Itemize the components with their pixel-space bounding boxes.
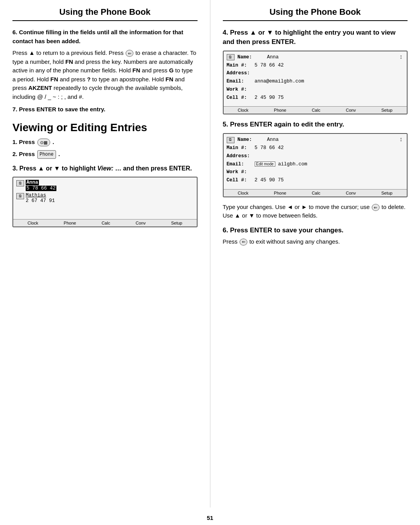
screen-3-name-value: Anna [267, 137, 279, 142]
phone-btn[interactable]: Phone [37, 150, 56, 159]
footer3-clock: Clock [238, 191, 248, 195]
footer-conv: Conv [136, 221, 146, 225]
screen-3-spacer [227, 184, 404, 187]
screen-2-scroll: ↕ [399, 54, 404, 61]
screen-2-work-value [255, 86, 404, 93]
screen-3-address: Address: [227, 152, 404, 160]
screen-2-spacer [227, 102, 404, 104]
step5-title: 5. Press ENTER again to edit the entry. [223, 120, 408, 129]
screen-2-email-value: anna@emailgbh.com [255, 78, 404, 85]
screen-1-spacer [16, 205, 194, 217]
footer2-setup: Setup [381, 108, 392, 112]
screen-2-work-label: Work #: [227, 86, 255, 93]
up-arrow-icon: ▲ [29, 49, 35, 58]
g-bold: G [169, 67, 174, 74]
screen-3-email-label: Email: [227, 161, 255, 168]
screen-3-scroll: ↕ [399, 136, 404, 143]
screen-3-email: Email: Edit mode ailgbh.com [227, 160, 404, 169]
step1-dot: . [52, 139, 54, 145]
screen-3-work-label: Work #: [227, 169, 255, 176]
step7-title: 7. Press ENTER to save the entry. [12, 105, 198, 114]
screen-3-name-label: Name: [238, 137, 266, 142]
screen-3-cell-value: 2 45 90 75 [255, 177, 404, 184]
screen-3-header-left: 🖻 Name: Anna [227, 137, 279, 143]
akzent-bold: AKZENT [28, 84, 52, 91]
page-number: 51 [0, 507, 420, 525]
screen-2-work: Work #: [227, 86, 404, 94]
contact-1-icon: 🖻 [16, 180, 24, 186]
step6-title: 6. Continue filling in the fields until … [12, 28, 198, 46]
step2-dot: . [58, 151, 60, 157]
footer-setup: Setup [171, 221, 182, 225]
screen-2-email: Email: anna@emailgbh.com [227, 77, 404, 86]
screen-2-address-label: Address: [227, 70, 255, 77]
screen-2-cell: Cell #: 2 45 90 75 [227, 94, 404, 102]
footer-calc: Calc [102, 221, 110, 225]
screen-3-cell-label: Cell #: [227, 177, 255, 184]
screen-3-body: 🖻 Name: Anna ↕ Main #: 5 78 66 42 Addres… [224, 134, 407, 187]
left-column: Using the Phone Book 6. Continue filling… [0, 0, 210, 507]
footer3-setup: Setup [381, 191, 392, 195]
contact-2-phone: 2 67 47 91 [26, 198, 55, 204]
screen-2-footer: Clock Phone Calc Conv Setup [224, 106, 407, 114]
step6-right-body: Press ⇐ to exit without saving any chang… [223, 237, 408, 246]
footer2-calc: Calc [312, 108, 320, 112]
step6-body: Press ▲ to return to a previous field. P… [12, 49, 198, 101]
step2: 2. Press Phone . [12, 150, 198, 159]
phonebook-btn[interactable]: ⊙▦ [37, 139, 50, 147]
step1: 1. Press ⊙▦ . [12, 138, 198, 147]
contact-1-row: 🖻 Anna 5 78 66 42 [16, 180, 194, 191]
step1-label: 1. Press [12, 139, 35, 145]
fn-bold-2: FN [133, 67, 140, 74]
screen-3-cell: Cell #: 2 45 90 75 [227, 176, 404, 184]
screen-3-email-suffix: ailgbh.com [278, 162, 307, 167]
screen-2-icon: 🖻 [227, 54, 234, 60]
step4-title: 4. Press ▲ or ▼ to highlight the entry y… [223, 28, 408, 47]
footer3-calc: Calc [312, 191, 320, 195]
contact-1-info: Anna 5 78 66 42 [26, 180, 56, 191]
footer3-phone: Phone [274, 191, 286, 195]
q-bold: ? [87, 76, 91, 83]
screen-2-address-value [255, 70, 404, 77]
step6-title-text: 6. Continue filling in the fields until … [12, 29, 183, 44]
two-column-layout: Using the Phone Book 6. Continue filling… [0, 0, 420, 507]
step3-title: 3. Press ▲ or ▼ to highlight View: … and… [12, 164, 198, 173]
page: Using the Phone Book 6. Continue filling… [0, 0, 420, 525]
screen-3-header-row: 🖻 Name: Anna ↕ [227, 136, 404, 143]
screen-2-main: Main #: 5 78 66 42 [227, 61, 404, 70]
screen-2-main-value: 5 78 66 42 [255, 62, 404, 69]
screen-3-work-value [255, 169, 404, 176]
screen-1-footer: Clock Phone Calc Conv Setup [13, 219, 197, 227]
screen-1-body: 🖻 Anna 5 78 66 42 🖻 Mathias 2 67 47 91 [13, 177, 197, 217]
screen-2-cell-label: Cell #: [227, 94, 255, 102]
edit-mode-tag: Edit mode [255, 162, 275, 167]
step6-right-title: 6. Press ENTER to save your changes. [223, 226, 408, 235]
screen-3-main-value: 5 78 66 42 [255, 144, 404, 152]
left-header: Using the Phone Book [12, 7, 198, 21]
erase-btn: ⇐ [126, 50, 133, 57]
step5-body: Type your changes. Use ◄ or ► to move th… [223, 203, 408, 220]
contact-2-info: Mathias 2 67 47 91 [26, 193, 55, 204]
delete-btn: ⇐ [372, 204, 380, 211]
contact-2-name: Mathias [26, 193, 55, 198]
screen-2-address: Address: [227, 69, 404, 77]
exit-btn: ⇐ [240, 239, 247, 246]
fn-bold-3: FN [51, 76, 58, 83]
screen-3-email-value: Edit mode ailgbh.com [255, 161, 404, 168]
screen-3: 🖻 Name: Anna ↕ Main #: 5 78 66 42 Addres… [223, 133, 408, 197]
screen-2-main-label: Main #: [227, 62, 255, 69]
screen-2-name-label: Name: [238, 54, 266, 60]
right-header: Using the Phone Book [223, 7, 408, 21]
screen-3-footer: Clock Phone Calc Conv Setup [224, 189, 407, 197]
footer3-conv: Conv [346, 191, 356, 195]
screen-2-header-left: 🖻 Name: Anna [227, 54, 279, 60]
footer2-conv: Conv [346, 108, 356, 112]
screen-2-name-value: Anna [267, 54, 279, 60]
section-title: Viewing or Editing Entries [12, 121, 198, 134]
contact-1-name: Anna [26, 180, 39, 185]
contact-2-icon: 🖻 [16, 193, 24, 199]
screen-2: 🖻 Name: Anna ↕ Main #: 5 78 66 42 Addres… [223, 51, 408, 115]
right-column: Using the Phone Book 4. Press ▲ or ▼ to … [210, 0, 420, 507]
screen-1: 🖻 Anna 5 78 66 42 🖻 Mathias 2 67 47 91 [12, 177, 198, 227]
screen-3-icon: 🖻 [227, 137, 234, 143]
